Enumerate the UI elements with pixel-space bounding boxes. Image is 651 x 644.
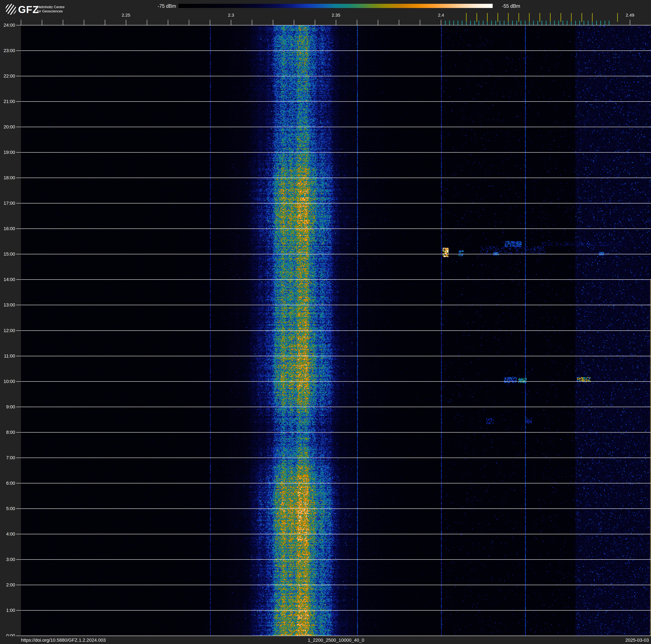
frequency-tick bbox=[294, 20, 294, 25]
time-label: 8:00 bbox=[0, 430, 15, 435]
bluetooth-channel-tick bbox=[596, 21, 597, 25]
bluetooth-channel-tick bbox=[533, 21, 534, 25]
frequency-tick bbox=[441, 20, 441, 25]
bluetooth-channel-tick bbox=[445, 21, 445, 25]
colorbar-max-label: -55 dBm bbox=[502, 3, 531, 9]
frequency-tick-label: 2.25 bbox=[118, 12, 134, 18]
bluetooth-channel-tick bbox=[600, 21, 601, 25]
frequency-tick-label: 2.49 bbox=[622, 12, 639, 18]
frequency-tick bbox=[105, 20, 105, 25]
hour-gridline bbox=[21, 101, 651, 102]
wifi-channel-tick bbox=[592, 13, 593, 22]
colorbar-group: -75 dBm -55 dBm bbox=[0, 0, 651, 12]
time-label: 6:00 bbox=[0, 480, 15, 486]
frequency-tick bbox=[630, 20, 630, 25]
time-label: 24:00 bbox=[0, 23, 15, 28]
wifi-channel-tick bbox=[497, 13, 498, 22]
wifi-channel-tick bbox=[529, 13, 530, 22]
hour-gridline bbox=[21, 585, 651, 585]
colorbar-gradient bbox=[179, 4, 493, 8]
hour-gridline bbox=[21, 330, 651, 331]
time-tick bbox=[16, 178, 21, 178]
time-tick bbox=[16, 559, 21, 560]
bluetooth-channel-tick bbox=[458, 21, 458, 25]
hour-gridline bbox=[21, 51, 651, 51]
frequency-tick bbox=[315, 20, 315, 25]
wifi-channel-tick bbox=[617, 13, 618, 22]
wifi-channel-tick bbox=[508, 13, 508, 22]
time-label: 5:00 bbox=[0, 506, 15, 511]
bluetooth-channel-tick bbox=[454, 21, 454, 25]
frequency-tick bbox=[126, 20, 126, 25]
bluetooth-channel-tick bbox=[521, 21, 521, 25]
hour-gridline bbox=[21, 127, 651, 127]
time-label: 22:00 bbox=[0, 74, 15, 79]
frequency-tick-label: 2.35 bbox=[328, 12, 344, 18]
footer-bar: https://doi.org/10.5880/GFZ.1.2.2024.003… bbox=[0, 636, 651, 644]
frequency-tick bbox=[378, 20, 378, 25]
spectrogram-page: GFZ Helmholtz Centre for Geosciences -75… bbox=[0, 0, 651, 644]
bluetooth-channel-tick bbox=[546, 21, 547, 25]
wifi-channel-tick bbox=[582, 13, 582, 22]
time-tick bbox=[16, 330, 21, 331]
time-label: 16:00 bbox=[0, 226, 15, 231]
time-tick bbox=[16, 483, 21, 484]
time-tick bbox=[16, 458, 21, 458]
time-label: 10:00 bbox=[0, 379, 15, 384]
frequency-tick bbox=[273, 20, 273, 25]
time-label: 19:00 bbox=[0, 150, 15, 155]
wifi-channel-tick bbox=[519, 13, 519, 22]
bluetooth-channel-tick bbox=[470, 21, 471, 25]
hour-gridline bbox=[21, 381, 651, 382]
hour-gridline bbox=[21, 636, 651, 636]
bluetooth-channel-tick bbox=[579, 21, 580, 25]
time-label: 9:00 bbox=[0, 404, 15, 410]
hour-gridline bbox=[21, 152, 651, 153]
hour-gridline bbox=[21, 229, 651, 229]
time-tick bbox=[16, 152, 21, 153]
time-tick bbox=[16, 407, 21, 407]
doi-link[interactable]: https://doi.org/10.5880/GFZ.1.2.2024.003 bbox=[21, 638, 106, 643]
bluetooth-channel-tick bbox=[558, 21, 559, 25]
wifi-channel-tick bbox=[571, 13, 571, 22]
hour-gridline bbox=[21, 559, 651, 560]
time-tick bbox=[16, 76, 21, 76]
frequency-tick bbox=[63, 20, 63, 25]
bluetooth-channel-tick bbox=[478, 21, 479, 25]
time-label: 12:00 bbox=[0, 328, 15, 333]
time-tick bbox=[16, 508, 21, 509]
frequency-tick bbox=[42, 20, 42, 25]
bluetooth-channel-tick bbox=[483, 21, 484, 25]
time-label: 7:00 bbox=[0, 455, 15, 461]
time-label: 2:00 bbox=[0, 582, 15, 588]
time-label: 14:00 bbox=[0, 277, 15, 282]
hour-gridline bbox=[21, 356, 651, 356]
frequency-tick bbox=[21, 20, 21, 25]
time-tick bbox=[16, 432, 21, 433]
wifi-channel-tick bbox=[539, 13, 540, 22]
time-tick bbox=[16, 127, 21, 127]
time-tick bbox=[16, 610, 21, 611]
hour-gridline bbox=[21, 254, 651, 254]
frequency-tick bbox=[399, 20, 399, 25]
bluetooth-channel-tick bbox=[504, 21, 504, 25]
time-tick bbox=[16, 51, 21, 51]
time-label: 3:00 bbox=[0, 557, 15, 562]
bluetooth-channel-tick bbox=[563, 21, 563, 25]
bluetooth-channel-tick bbox=[474, 21, 475, 25]
frequency-tick bbox=[231, 20, 231, 25]
hour-gridline bbox=[21, 508, 651, 509]
bluetooth-channel-tick bbox=[495, 21, 496, 25]
bluetooth-channel-tick bbox=[575, 21, 576, 25]
time-label: 17:00 bbox=[0, 201, 15, 206]
bluetooth-channel-tick bbox=[517, 21, 517, 25]
bluetooth-channel-tick bbox=[491, 21, 492, 25]
frequency-tick bbox=[168, 20, 168, 25]
time-label: 1:00 bbox=[0, 608, 15, 613]
time-tick bbox=[16, 305, 21, 305]
hour-gridline bbox=[21, 305, 651, 305]
time-tick bbox=[16, 229, 21, 229]
time-tick bbox=[16, 25, 21, 25]
hour-gridline bbox=[21, 76, 651, 76]
colorbar-min-label: -75 dBm bbox=[155, 3, 176, 9]
